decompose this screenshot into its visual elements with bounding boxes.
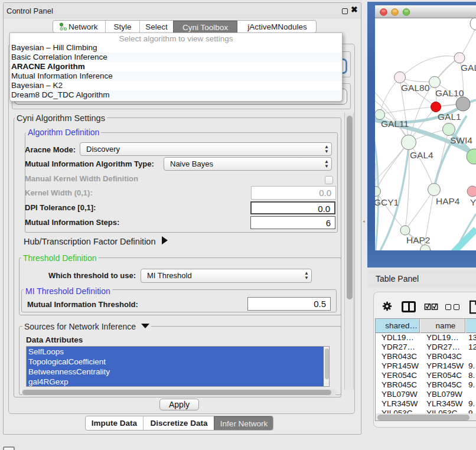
svg-text:GAL1: GAL1: [438, 112, 461, 122]
svg-text:GAL10: GAL10: [435, 88, 464, 98]
svg-text:GCY1: GCY1: [375, 197, 399, 207]
svg-text:GAL11: GAL11: [381, 119, 409, 129]
svg-text:GAL80: GAL80: [401, 83, 430, 93]
svg-text:SWI4: SWI4: [450, 135, 472, 145]
svg-text:HAP4: HAP4: [436, 196, 460, 206]
svg-text:HAP2: HAP2: [406, 235, 431, 245]
svg-text:Y: Y: [470, 197, 476, 207]
svg-text:GAL4: GAL4: [410, 150, 433, 160]
svg-text:GAL: GAL: [461, 63, 476, 73]
